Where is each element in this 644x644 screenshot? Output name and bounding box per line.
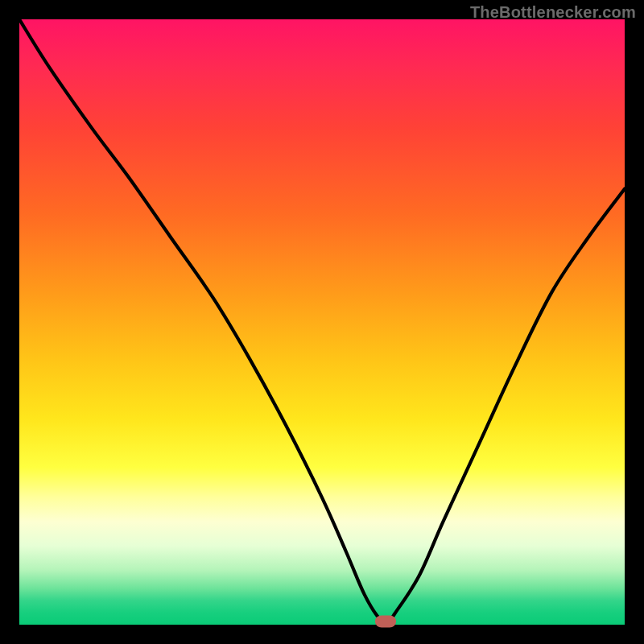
bottleneck-curve — [19, 19, 625, 625]
chart-wrapper: TheBottlenecker.com — [0, 0, 644, 644]
watermark-text: TheBottlenecker.com — [470, 3, 636, 22]
min-marker — [375, 616, 396, 628]
plot-frame — [19, 19, 625, 625]
plot-area — [19, 19, 625, 625]
